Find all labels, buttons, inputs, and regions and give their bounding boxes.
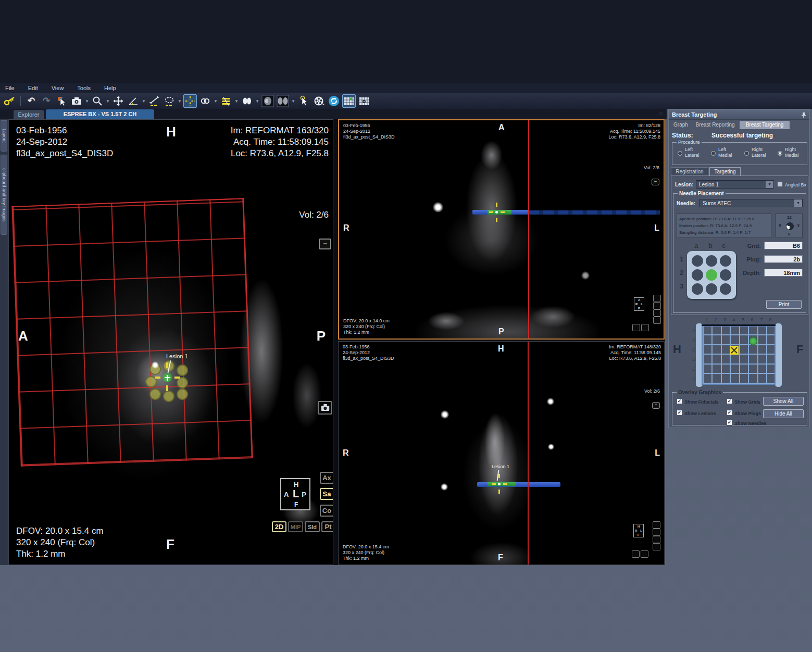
angle-icon[interactable]: [127, 94, 140, 108]
sagittal-button[interactable]: Sa: [320, 488, 333, 500]
redo-icon[interactable]: ↷: [40, 94, 53, 108]
radio-left-lateral[interactable]: [678, 151, 682, 156]
chevron-down-icon[interactable]: ▾: [766, 181, 773, 188]
target-marker[interactable]: [730, 346, 739, 355]
crosshair-icon[interactable]: [183, 94, 197, 108]
show-lesions-checkbox[interactable]: ✓: [677, 410, 682, 416]
mini-button[interactable]: [632, 550, 640, 558]
print-button[interactable]: Print: [766, 300, 802, 309]
radio-right-lateral[interactable]: [744, 151, 749, 156]
grid-target-icon[interactable]: [342, 94, 356, 108]
snapshot-button[interactable]: [318, 401, 332, 415]
select-pointer-icon[interactable]: [55, 94, 68, 108]
tab-explorer[interactable]: Explorer: [14, 110, 44, 119]
show-fiducials-checkbox[interactable]: ✓: [677, 398, 682, 404]
mini-button[interactable]: [653, 536, 660, 543]
dropdown-caret[interactable]: ▾: [291, 98, 295, 104]
mini-button[interactable]: [632, 324, 640, 331]
plug-field[interactable]: 2b: [764, 255, 803, 263]
dropdown-caret[interactable]: ▾: [142, 98, 146, 104]
clock-position-control[interactable]: 12 9 3 6: [776, 214, 803, 238]
hide-all-button[interactable]: Hide All: [763, 409, 804, 418]
grid-plug-icon[interactable]: [357, 94, 371, 108]
dropdown-caret[interactable]: ▾: [255, 98, 259, 104]
angled-bx-checkbox[interactable]: [777, 181, 783, 187]
mini-button[interactable]: [653, 521, 660, 529]
tab-breast-targeting[interactable]: Breast Targeting: [740, 121, 790, 129]
side-tab-clipboard[interactable]: clipboard and key Images: [1, 155, 7, 235]
dropdown-caret[interactable]: ▾: [106, 98, 110, 104]
key-icon[interactable]: [3, 94, 17, 108]
menu-file[interactable]: File: [5, 85, 15, 91]
breast-pair-view-icon[interactable]: [276, 94, 290, 108]
show-needles-checkbox[interactable]: ✓: [727, 420, 732, 425]
pan-icon[interactable]: [111, 94, 125, 108]
crosshair-center[interactable]: [498, 483, 501, 485]
mini-button[interactable]: [653, 317, 661, 324]
mini-button[interactable]: [653, 529, 660, 536]
breast-view-icon[interactable]: [261, 94, 274, 108]
menu-edit[interactable]: Edit: [28, 85, 38, 91]
link-icon[interactable]: [198, 94, 212, 108]
dropdown-caret[interactable]: ▾: [85, 98, 89, 104]
lesion-select[interactable]: Lesion 1 ▾: [696, 180, 774, 189]
menu-tools[interactable]: Tools: [77, 85, 91, 91]
mini-button[interactable]: [653, 309, 661, 317]
radio-right-medial[interactable]: [778, 151, 782, 156]
viewport-axial-bottom[interactable]: Lesion 1 03-Feb-195624-Sep-2012fl3d_ax_p…: [338, 341, 665, 565]
collapse-button[interactable]: −: [652, 179, 659, 185]
depth-field[interactable]: 18mm: [764, 269, 803, 277]
undo-icon[interactable]: ↶: [24, 94, 38, 108]
radio-left-medial[interactable]: [711, 151, 716, 156]
needle-select[interactable]: Suros ATEC ▾: [699, 199, 803, 207]
collapse-button[interactable]: −: [652, 402, 660, 409]
distance-line-icon[interactable]: [147, 94, 161, 108]
pointer-highlight-icon[interactable]: [297, 94, 310, 108]
tab-targeting[interactable]: Targeting: [709, 167, 741, 175]
show-all-button[interactable]: Show All: [763, 397, 804, 406]
side-tab-layout[interactable]: Layout: [1, 120, 7, 152]
viewport-sagittal[interactable]: Lesion 1 03-Feb-195624-Sep-2012fl3d_ax_p…: [8, 119, 333, 565]
cine-film-icon[interactable]: [312, 94, 326, 108]
tab-registration[interactable]: Registration: [671, 167, 708, 175]
dropdown-caret[interactable]: ▾: [214, 98, 218, 104]
active-plug-hole[interactable]: [706, 269, 717, 281]
show-plugs-checkbox[interactable]: ✓: [727, 410, 732, 416]
localization-grid[interactable]: [702, 325, 776, 385]
axial-button[interactable]: Ax: [320, 472, 333, 484]
pt-button[interactable]: Pt: [321, 521, 333, 532]
mini-button[interactable]: [653, 302, 661, 309]
2d-button[interactable]: 2D: [272, 521, 286, 532]
viewport-axial-top[interactable]: 03-Feb-195624-Sep-2012fl3d_ax_post_S4_DI…: [338, 119, 665, 340]
show-grids-checkbox[interactable]: ✓: [727, 398, 732, 404]
tab-study[interactable]: ESPREE BX - VS 1.5T 2 CH: [46, 109, 154, 119]
tab-breast-reporting[interactable]: Breast Reporting: [692, 121, 739, 129]
zoom-icon[interactable]: [91, 94, 104, 108]
image-pair-icon[interactable]: [240, 94, 254, 108]
close-icon[interactable]: ×: [657, 109, 665, 118]
mip-button[interactable]: MIP: [288, 521, 303, 532]
mini-button[interactable]: [653, 295, 661, 302]
dropdown-caret[interactable]: ▾: [178, 98, 182, 104]
sync-icon[interactable]: [327, 94, 341, 108]
mini-button[interactable]: [653, 543, 660, 550]
coronal-button[interactable]: Co: [320, 505, 333, 517]
layers-icon[interactable]: [219, 94, 233, 108]
grid-field[interactable]: B6: [764, 242, 803, 249]
crosshair-center[interactable]: [495, 211, 498, 214]
dropdown-caret[interactable]: ▾: [234, 98, 239, 104]
collapse-button[interactable]: −: [319, 239, 331, 249]
mini-button[interactable]: [641, 550, 648, 558]
pin-icon[interactable]: [801, 112, 806, 118]
plug-selector-grid[interactable]: [687, 251, 736, 299]
camera-icon[interactable]: [70, 94, 83, 108]
menu-help[interactable]: Help: [104, 85, 116, 91]
lesion-map-marker[interactable]: [749, 337, 757, 345]
ellipse-roi-icon[interactable]: [163, 94, 176, 108]
chevron-down-icon[interactable]: ▾: [794, 199, 802, 207]
menu-view[interactable]: View: [52, 85, 64, 91]
slide-button[interactable]: Sld: [305, 521, 320, 532]
clock-knob[interactable]: [786, 222, 794, 230]
tab-graph[interactable]: Graph: [671, 121, 691, 129]
mini-button[interactable]: [641, 324, 649, 331]
